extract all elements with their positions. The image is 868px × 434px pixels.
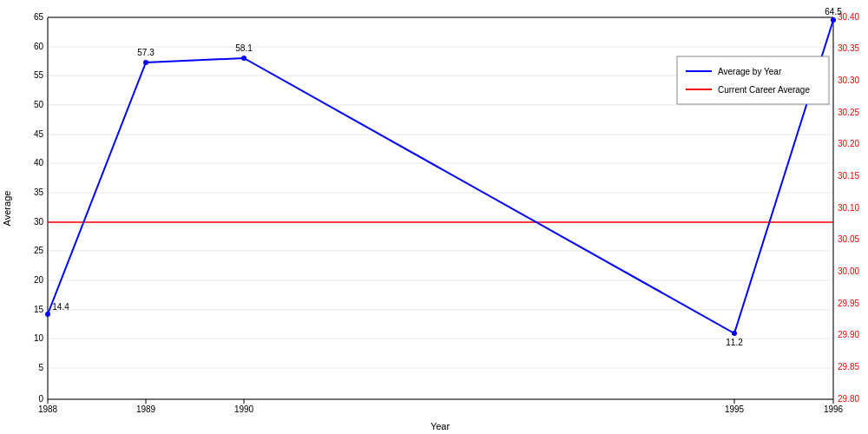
point-1995 [732,331,737,336]
label-1996: 64.5 [825,7,842,16]
point-1996 [831,17,836,23]
legend-box [677,56,829,104]
y-label-55: 55 [34,70,44,80]
label-1995: 11.2 [726,338,743,347]
legend-label-2: Current Career Average [718,85,810,95]
x-label-1989: 1989 [136,404,156,414]
r-label-30.25: 30.25 [838,108,859,117]
y-label-5: 5 [38,363,43,372]
y-axis-left-title: Average [2,191,12,227]
r-label-30.35: 30.35 [838,43,859,53]
y-label-65: 65 [34,12,44,22]
r-label-30.20: 30.20 [838,139,859,148]
r-label-29.85: 29.85 [838,362,859,372]
label-1988: 14.4 [52,302,69,312]
y-label-15: 15 [34,305,44,314]
r-label-29.80: 29.80 [838,394,859,404]
y-label-40: 40 [34,158,44,168]
y-label-30: 30 [34,217,44,227]
r-label-30.30: 30.30 [838,76,859,85]
legend-label-1: Average by Year [718,67,782,76]
r-label-30.15: 30.15 [838,171,859,181]
chart-container: 0 5 10 15 20 25 30 35 40 45 50 55 60 65 … [0,0,868,434]
y-label-60: 60 [34,42,44,51]
y-label-0: 0 [38,394,43,404]
main-chart: 0 5 10 15 20 25 30 35 40 45 50 55 60 65 … [0,0,868,434]
y-label-10: 10 [34,333,44,343]
label-1989: 57.3 [137,48,155,57]
x-label-1990: 1990 [234,404,254,414]
r-label-29.95: 29.95 [838,299,859,308]
y-label-45: 45 [34,129,44,139]
point-1990 [241,56,247,61]
y-label-25: 25 [34,246,44,255]
r-label-30.10: 30.10 [838,203,859,213]
label-1990: 58.1 [235,43,253,53]
x-axis-title: Year [431,421,450,431]
point-1989 [143,60,148,65]
x-label-1988: 1988 [38,404,58,414]
r-label-30.05: 30.05 [838,234,859,244]
y-label-20: 20 [34,275,44,285]
r-label-30.00: 30.00 [838,266,859,276]
r-label-29.90: 29.90 [838,330,859,339]
x-label-1995: 1995 [725,404,745,414]
x-label-1996: 1996 [824,404,844,414]
y-label-50: 50 [34,100,44,109]
point-1988 [45,312,50,317]
y-label-35: 35 [34,187,44,197]
